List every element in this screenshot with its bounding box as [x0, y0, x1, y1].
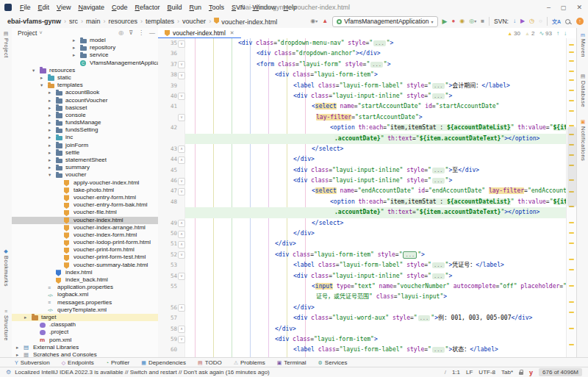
- code-line-55[interactable]: 55<input type="text" name="voucherNumber…: [158, 281, 567, 292]
- tool-stripe-tab-project[interactable]: ▤Project: [0, 31, 12, 58]
- chevron-right-icon[interactable]: ▸: [49, 119, 51, 126]
- tree-row[interactable]: ▸service: [12, 51, 158, 59]
- collaborate-icon[interactable]: ◉▾: [310, 18, 318, 25]
- chevron-right-icon[interactable]: ▸: [73, 51, 75, 59]
- file-encoding[interactable]: UTF-8: [478, 369, 495, 376]
- code-line-60[interactable]: 60<label class="layui-form-label" style=…: [158, 345, 567, 355]
- folded-region[interactable]: ...: [432, 178, 445, 184]
- folded-region[interactable]: ...: [432, 83, 445, 89]
- tree-row[interactable]: .project: [12, 328, 158, 336]
- code-line-56[interactable]: 56∧</div>: [158, 303, 567, 313]
- fold-open-icon[interactable]: ∨: [178, 273, 185, 280]
- tree-row[interactable]: voucher-lodop-print-form.html: [12, 239, 158, 246]
- tree-row[interactable]: ▸statementSheet: [12, 157, 158, 164]
- fold-end-icon[interactable]: ∧: [178, 220, 185, 227]
- code-line-52[interactable]: 52∨<div class="layui-form-item" style=".…: [158, 250, 567, 260]
- menu-item-navigate[interactable]: Navigate: [74, 4, 108, 11]
- fold-open-icon[interactable]: ∨: [178, 93, 185, 100]
- fold-open-icon[interactable]: ∨: [178, 336, 185, 343]
- code-line-38[interactable]: 38∨<div class="layui-form-item">: [158, 70, 567, 80]
- code-line-37[interactable]: 37∨<form class="layui-form" style="...">: [158, 60, 567, 70]
- vcs-history-icon[interactable]: ◷: [529, 18, 534, 25]
- folded-region[interactable]: ...: [432, 273, 445, 279]
- profiler-flame-icon[interactable]: ▲: [322, 18, 328, 25]
- tool-stripe-tab-notifications[interactable]: ▣Notifications: [577, 119, 588, 161]
- breadcrumb-item[interactable]: resources: [107, 18, 140, 25]
- chevron-right-icon[interactable]: ▸: [73, 44, 75, 51]
- folded-region[interactable]: ...: [418, 315, 431, 321]
- fold-end-icon[interactable]: ∧: [178, 326, 185, 333]
- tree-row[interactable]: ▸inc: [12, 134, 158, 141]
- tree-row[interactable]: CVfamsManagementApplication: [12, 60, 158, 67]
- inspections-widget[interactable]: ▲30 ▲2 ∿93 ↑ ↓: [507, 30, 577, 37]
- tool-window-button-endpoints[interactable]: ◇Endpoints: [62, 359, 94, 366]
- tree-row[interactable]: index.html: [12, 269, 158, 276]
- tree-row[interactable]: ▾voucher: [12, 171, 158, 179]
- tool-window-button-todo[interactable]: ▤TODO: [198, 359, 222, 366]
- code-line-wrap[interactable]: .accountDate}" th:text="${item.accountDa…: [158, 134, 567, 144]
- tree-row[interactable]: ▸accountVoucher: [12, 97, 158, 104]
- tree-row[interactable]: ≡application.properties: [12, 284, 158, 291]
- tree-row[interactable]: voucher-entry-form.html: [12, 194, 158, 201]
- breadcrumb-item[interactable]: src: [68, 18, 79, 25]
- code-line-wrap[interactable]: ∨lay-filter="startAccountDate">: [158, 112, 567, 123]
- tree-row[interactable]: voucher-file.html: [12, 209, 158, 216]
- code-line-54[interactable]: 54∨<div class="layui-input-inline" style…: [158, 271, 567, 281]
- vcs-update-icon[interactable]: ↓: [513, 18, 516, 25]
- tree-row[interactable]: ▾templates: [12, 82, 158, 89]
- ide-update-icon[interactable]: ↑: [576, 18, 584, 25]
- code-line-43[interactable]: 43∧</select>: [158, 144, 567, 154]
- code-line-35[interactable]: 35∨<div class="dropdown-menu-nav" style=…: [158, 38, 567, 49]
- chevron-right-icon[interactable]: ▸: [16, 344, 18, 351]
- prev-problem-icon[interactable]: ↑: [556, 30, 559, 37]
- code-line-wrap[interactable]: 证号，或凭证号范围" class="layui-input">: [158, 292, 567, 302]
- tool-window-button-subversion[interactable]: YSubversion: [15, 359, 50, 366]
- tree-row[interactable]: ▸summary: [12, 164, 158, 171]
- tool-stripe-tab-structure[interactable]: ≡Structure: [0, 309, 12, 341]
- run-button[interactable]: ▶: [442, 18, 448, 25]
- tree-row[interactable]: voucher-summary-table.html: [12, 262, 158, 269]
- tree-row[interactable]: </>queryTemplate.xml: [12, 306, 158, 314]
- code-line-46[interactable]: 46∨<div class="layui-input-inline" style…: [158, 176, 567, 186]
- chevron-right-icon[interactable]: ▸: [49, 157, 51, 164]
- breadcrumb-item[interactable]: ebai-vfams-gynw: [6, 18, 62, 25]
- breadcrumb-item[interactable]: voucher: [181, 18, 207, 25]
- fold-open-icon[interactable]: ∨: [178, 114, 185, 121]
- code-editor[interactable]: 35∨<div class="dropdown-menu-nav" style=…: [158, 38, 577, 358]
- folded-region[interactable]: ...: [432, 93, 445, 99]
- run-configuration-select[interactable]: VfamsManagementApplication ▾: [332, 16, 437, 27]
- chevron-down-icon[interactable]: ▾: [32, 67, 35, 74]
- fold-open-icon[interactable]: ∨: [178, 188, 185, 195]
- breadcrumb-item[interactable]: voucher-index.html: [212, 18, 279, 26]
- indent-style[interactable]: Tab*: [501, 369, 513, 376]
- code-line-48[interactable]: 48<option th:each="item,itemStat : ${acc…: [158, 197, 567, 207]
- code-line-47[interactable]: 47∨<select name="endAccountDate" id="end…: [158, 186, 567, 196]
- menu-item-edit[interactable]: Edit: [35, 4, 54, 11]
- tree-row[interactable]: take-photo.html: [12, 187, 158, 194]
- chevron-right-icon[interactable]: ▸: [49, 164, 51, 171]
- editor-tab-voucher-index[interactable]: voucher-index.html ✕: [158, 28, 241, 38]
- tree-row[interactable]: ▸joinForm: [12, 142, 158, 149]
- collapse-all-icon[interactable]: ⊽: [129, 29, 133, 36]
- code-line-45[interactable]: 45<div class="layui-input-inline" style=…: [158, 165, 567, 176]
- tree-row[interactable]: ▸accountBook: [12, 89, 158, 96]
- vcs-rollback-icon[interactable]: ○: [539, 18, 542, 25]
- code-line-41[interactable]: 41<select name="startAccountDate" id="st…: [158, 101, 567, 112]
- project-panel-title[interactable]: Project: [18, 29, 37, 37]
- tree-row[interactable]: ▾resources: [12, 67, 158, 74]
- menu-item-build[interactable]: Build: [163, 4, 185, 11]
- code-line-39[interactable]: 39<label class="layui-form-label" style=…: [158, 81, 567, 91]
- editor-scrollbar[interactable]: [566, 38, 577, 358]
- tool-window-button-profiler[interactable]: ◔Profiler: [106, 359, 130, 366]
- code-line-36[interactable]: 36<div class="dropdown-anchor"></div>: [158, 49, 567, 59]
- folded-region[interactable]: ...: [432, 347, 445, 353]
- chevron-right-icon[interactable]: ▸: [49, 149, 51, 157]
- chevron-right-icon[interactable]: ▸: [49, 104, 51, 112]
- folded-region[interactable]: ...: [432, 262, 445, 268]
- tree-row[interactable]: ≡messages.properties: [12, 299, 158, 306]
- tree-row[interactable]: ▸settle: [12, 149, 158, 157]
- menu-item-run[interactable]: Run: [186, 4, 206, 11]
- chevron-right-icon[interactable]: ▸: [24, 314, 26, 321]
- tree-row[interactable]: ▸model: [12, 37, 158, 44]
- code-line-40[interactable]: 40∨<div class="layui-input-inline" style…: [158, 91, 567, 101]
